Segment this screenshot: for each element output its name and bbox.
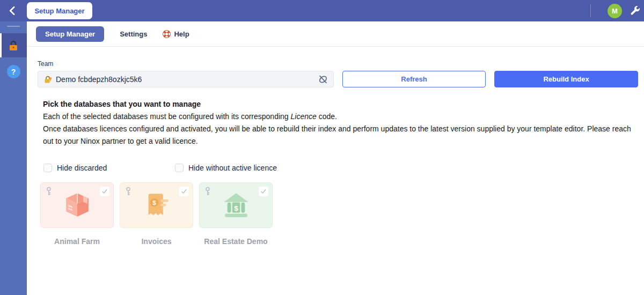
- filters-row: Hide discarded Hide without active licen…: [43, 164, 644, 172]
- description-block: Pick the databases that you want to mana…: [43, 98, 636, 148]
- controls-row: Demo fcbdepzh8ozkjc5k6 Refresh Rebuild I…: [38, 71, 644, 87]
- key-icon: [204, 187, 211, 198]
- selected-check[interactable]: [259, 187, 268, 196]
- licence-line-pre: Each of the selected databases must be c…: [43, 112, 291, 121]
- tab-settings[interactable]: Settings: [120, 30, 147, 38]
- rebuild-index-button[interactable]: Rebuild Index: [494, 71, 638, 87]
- window-tab-setup-manager[interactable]: Setup Manager: [27, 2, 92, 19]
- question-icon: ?: [11, 68, 16, 76]
- chevron-left-icon: [6, 5, 18, 16]
- filter-hide-discarded: Hide discarded: [43, 164, 175, 172]
- svg-text:$: $: [234, 204, 238, 212]
- description-line-licence: Each of the selected databases must be c…: [43, 110, 636, 123]
- tab-help-label: Help: [174, 30, 189, 38]
- unlink-button[interactable]: [317, 73, 329, 85]
- checkbox-hide-discarded[interactable]: [43, 164, 52, 172]
- sidebar: ?: [0, 21, 27, 295]
- database-card-animal-farm[interactable]: [40, 182, 114, 228]
- team-value: Demo fcbdepzh8ozkjc5k6: [56, 75, 317, 84]
- database-label-animal-farm: Animal Farm: [40, 237, 114, 246]
- database-card-invoices[interactable]: $: [120, 182, 193, 228]
- description-heading: Pick the databases that you want to mana…: [43, 98, 636, 110]
- lock-icon: [8, 40, 19, 51]
- wrench-icon: [629, 5, 641, 17]
- sidebar-divider: [7, 26, 20, 27]
- filter-hide-without-licence: Hide without active licence: [175, 164, 277, 172]
- main-content: Team Demo fcbdepzh8ozkjc5k6 Refresh Rebu…: [27, 47, 644, 295]
- package-icon: [62, 190, 93, 221]
- database-label-real-estate-demo: Real Estate Demo: [199, 237, 273, 246]
- refresh-button[interactable]: Refresh: [342, 71, 486, 87]
- licence-word: Licence: [291, 112, 317, 121]
- database-labels: Animal Farm Invoices Real Estate Demo: [40, 237, 644, 246]
- wrench-button[interactable]: [629, 5, 641, 17]
- lock-key-icon: [43, 75, 52, 84]
- tab-help[interactable]: Help: [163, 30, 189, 38]
- svg-text:$: $: [152, 198, 156, 205]
- bank-icon: $: [221, 190, 252, 221]
- selected-check[interactable]: [179, 187, 189, 196]
- database-label-invoices: Invoices: [120, 237, 193, 246]
- avatar[interactable]: M: [608, 4, 622, 18]
- sidebar-item-help[interactable]: ?: [7, 65, 20, 78]
- key-icon: [125, 187, 131, 198]
- sidebar-item-workspace[interactable]: [0, 33, 27, 57]
- key-icon: [46, 187, 52, 198]
- checkbox-hide-without-licence[interactable]: [175, 164, 184, 172]
- topbar-divider: [590, 4, 591, 17]
- tabbar: Setup Manager Settings Help: [27, 21, 644, 47]
- database-card-real-estate-demo[interactable]: $: [199, 182, 273, 228]
- licence-line-post: code.: [317, 112, 337, 121]
- unlink-icon: [317, 73, 329, 85]
- hide-discarded-label: Hide discarded: [57, 164, 107, 172]
- tab-setup-manager[interactable]: Setup Manager: [36, 26, 104, 42]
- topbar: Setup Manager M: [0, 0, 644, 21]
- invoice-icon: $: [141, 190, 172, 221]
- description-line-rebuild: Once databases licences configured and a…: [43, 123, 636, 148]
- back-button[interactable]: [6, 5, 18, 16]
- team-label: Team: [38, 60, 644, 68]
- lifebuoy-icon: [163, 30, 171, 38]
- hide-without-licence-label: Hide without active licence: [188, 164, 277, 172]
- team-input[interactable]: Demo fcbdepzh8ozkjc5k6: [38, 71, 334, 87]
- database-cards: $: [40, 182, 644, 228]
- selected-check[interactable]: [100, 187, 109, 196]
